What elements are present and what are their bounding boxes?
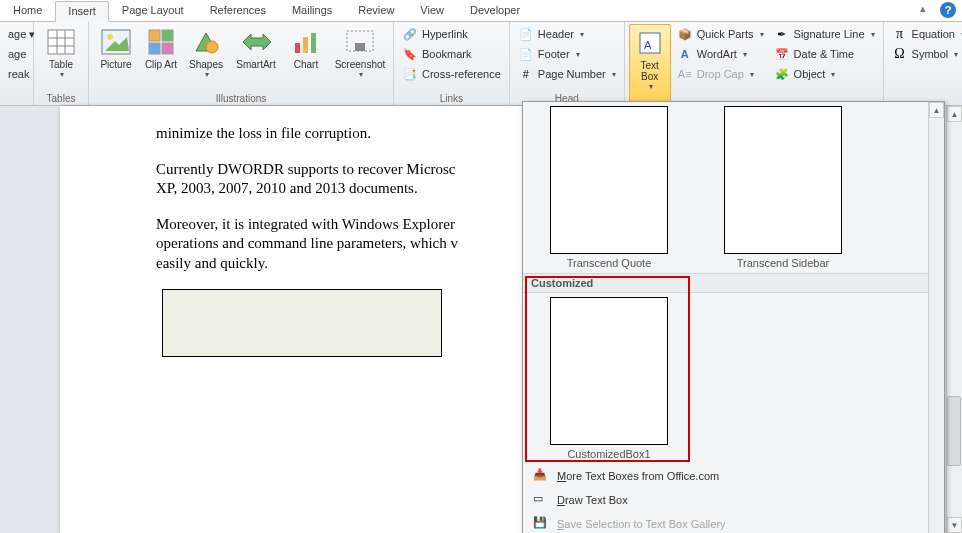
blank-page-button[interactable]: age xyxy=(4,44,29,64)
gallery-item-customized-box1[interactable]: CustomizedBox1 xyxy=(529,297,689,460)
gallery-caption: CustomizedBox1 xyxy=(567,448,650,460)
gallery-item-transcend-quote[interactable]: Transcend Quote xyxy=(529,106,689,269)
symbol-button[interactable]: ΩSymbol▾ xyxy=(888,44,962,64)
scroll-thumb[interactable] xyxy=(947,396,961,466)
header-icon: 📄 xyxy=(518,26,534,42)
quickparts-icon: 📦 xyxy=(677,26,693,42)
more-text-boxes-cmd[interactable]: 📥More Text Boxes from Office.com xyxy=(523,464,944,488)
quick-parts-button[interactable]: 📦Quick Parts▾ xyxy=(673,24,768,44)
table-icon xyxy=(47,26,75,58)
tab-page-layout[interactable]: Page Layout xyxy=(109,0,197,21)
page-break-button[interactable]: reak xyxy=(4,64,29,84)
datetime-icon: 📅 xyxy=(774,46,790,62)
pagenum-icon: # xyxy=(518,66,534,82)
group-label-links: Links xyxy=(398,92,505,105)
cross-reference-button[interactable]: 📑Cross-reference xyxy=(398,64,505,84)
footer-button[interactable]: 📄Footer▾ xyxy=(514,44,620,64)
footer-icon: 📄 xyxy=(518,46,534,62)
svg-rect-15 xyxy=(295,43,300,53)
object-button[interactable]: 🧩Object▾ xyxy=(770,64,879,84)
shapes-icon xyxy=(192,26,220,58)
picture-icon xyxy=(101,26,131,58)
chart-button[interactable]: Chart xyxy=(283,24,329,91)
group-label-illustrations: Illustrations xyxy=(93,92,389,105)
cover-page-button[interactable]: age ▾ xyxy=(4,24,29,44)
tab-review[interactable]: Review xyxy=(345,0,407,21)
gallery-thumb xyxy=(550,297,668,445)
svg-rect-0 xyxy=(48,30,74,54)
text-box-button[interactable]: A Text Box▾ xyxy=(629,24,671,102)
ribbon-tabs: Home Insert Page Layout References Maili… xyxy=(0,0,962,22)
gallery-scroll-up[interactable]: ▲ xyxy=(929,102,944,118)
draw-text-box-cmd[interactable]: ▭Draw Text Box xyxy=(523,488,944,512)
group-label-tables: Tables xyxy=(38,92,84,105)
screenshot-icon xyxy=(345,26,375,58)
svg-rect-17 xyxy=(311,33,316,53)
inserted-text-box[interactable] xyxy=(162,289,442,357)
hyperlink-icon: 🔗 xyxy=(402,26,418,42)
drop-cap-button[interactable]: A≡Drop Cap▾ xyxy=(673,64,768,84)
textbox-icon: A xyxy=(638,27,662,59)
gallery-section-header: Customized xyxy=(523,273,944,293)
equation-icon: π xyxy=(892,26,908,42)
text-box-gallery: ▲ Transcend Quote Transcend Sidebar Cust… xyxy=(522,101,945,533)
svg-text:A: A xyxy=(644,39,652,51)
minimize-ribbon-icon[interactable]: ▴ xyxy=(920,2,936,18)
tab-mailings[interactable]: Mailings xyxy=(279,0,345,21)
svg-rect-8 xyxy=(149,30,160,41)
shapes-button[interactable]: Shapes▾ xyxy=(183,24,229,91)
table-button[interactable]: Table▾ xyxy=(38,24,84,91)
office-icon: 📥 xyxy=(533,468,549,484)
scroll-up-button[interactable]: ▲ xyxy=(947,106,962,122)
tab-insert[interactable]: Insert xyxy=(55,1,109,22)
scroll-down-button[interactable]: ▼ xyxy=(947,517,962,533)
object-icon: 🧩 xyxy=(774,66,790,82)
group-label-pages xyxy=(4,103,29,105)
page-number-button[interactable]: #Page Number▾ xyxy=(514,64,620,84)
bookmark-icon: 🔖 xyxy=(402,46,418,62)
draw-textbox-icon: ▭ xyxy=(533,492,549,508)
svg-rect-19 xyxy=(355,43,365,51)
gallery-caption: Transcend Sidebar xyxy=(737,257,830,269)
clipart-button[interactable]: Clip Art xyxy=(141,24,181,91)
save-selection-cmd: 💾Save Selection to Text Box Gallery xyxy=(523,512,944,533)
hyperlink-button[interactable]: 🔗Hyperlink xyxy=(398,24,505,44)
svg-rect-11 xyxy=(162,43,173,54)
dropcap-icon: A≡ xyxy=(677,66,693,82)
bookmark-button[interactable]: 🔖Bookmark xyxy=(398,44,505,64)
svg-marker-14 xyxy=(243,34,271,50)
smartart-icon xyxy=(241,26,271,58)
crossref-icon: 📑 xyxy=(402,66,418,82)
help-icon[interactable]: ? xyxy=(940,2,956,18)
ribbon: age ▾ age reak Table▾ Tables Picture Cli… xyxy=(0,22,962,106)
tab-view[interactable]: View xyxy=(407,0,457,21)
gallery-thumb xyxy=(724,106,842,254)
header-button[interactable]: 📄Header▾ xyxy=(514,24,620,44)
date-time-button[interactable]: 📅Date & Time xyxy=(770,44,879,64)
picture-button[interactable]: Picture xyxy=(93,24,139,91)
svg-rect-9 xyxy=(162,30,173,41)
svg-rect-16 xyxy=(303,37,308,53)
chart-icon xyxy=(292,26,320,58)
tab-home[interactable]: Home xyxy=(0,0,55,21)
tab-developer[interactable]: Developer xyxy=(457,0,533,21)
save-gallery-icon: 💾 xyxy=(533,516,549,532)
symbol-icon: Ω xyxy=(892,46,908,62)
screenshot-button[interactable]: Screenshot▾ xyxy=(331,24,389,91)
vertical-scrollbar[interactable]: ▲ ▼ xyxy=(946,106,962,533)
gallery-item-transcend-sidebar[interactable]: Transcend Sidebar xyxy=(703,106,863,269)
wordart-icon: A xyxy=(677,46,693,62)
svg-rect-10 xyxy=(149,43,160,54)
gallery-caption: Transcend Quote xyxy=(567,257,652,269)
tab-references[interactable]: References xyxy=(197,0,279,21)
svg-point-6 xyxy=(107,34,113,40)
signature-line-button[interactable]: ✒Signature Line▾ xyxy=(770,24,879,44)
equation-button[interactable]: πEquation▾ xyxy=(888,24,962,44)
sigline-icon: ✒ xyxy=(774,26,790,42)
clipart-icon xyxy=(148,26,174,58)
svg-point-13 xyxy=(206,41,218,53)
smartart-button[interactable]: SmartArt xyxy=(231,24,281,91)
gallery-thumb xyxy=(550,106,668,254)
wordart-button[interactable]: AWordArt▾ xyxy=(673,44,768,64)
